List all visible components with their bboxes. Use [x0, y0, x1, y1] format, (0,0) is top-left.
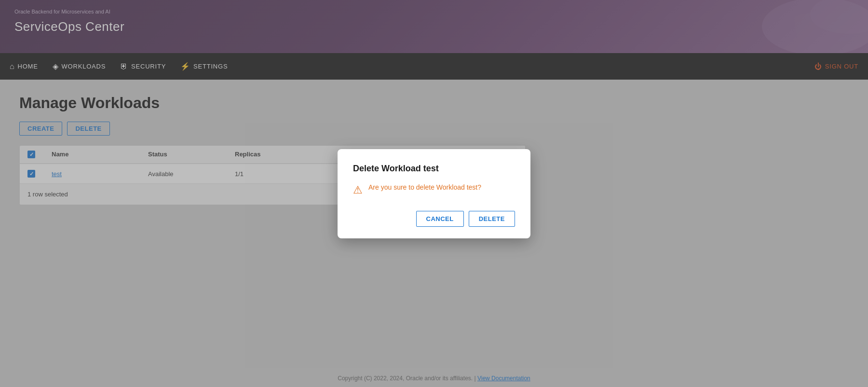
- modal-overlay: Delete Workload test ⚠ Are you sure to d…: [0, 0, 868, 387]
- modal-message: Are you sure to delete Workload test?: [368, 183, 481, 191]
- modal-cancel-button[interactable]: CANCEL: [416, 211, 464, 227]
- modal-body: ⚠ Are you sure to delete Workload test?: [353, 183, 515, 196]
- warning-icon: ⚠: [353, 184, 363, 196]
- modal-delete-button[interactable]: DELETE: [469, 211, 515, 227]
- delete-modal: Delete Workload test ⚠ Are you sure to d…: [338, 149, 530, 238]
- modal-actions: CANCEL DELETE: [353, 211, 515, 227]
- modal-title: Delete Workload test: [353, 164, 515, 174]
